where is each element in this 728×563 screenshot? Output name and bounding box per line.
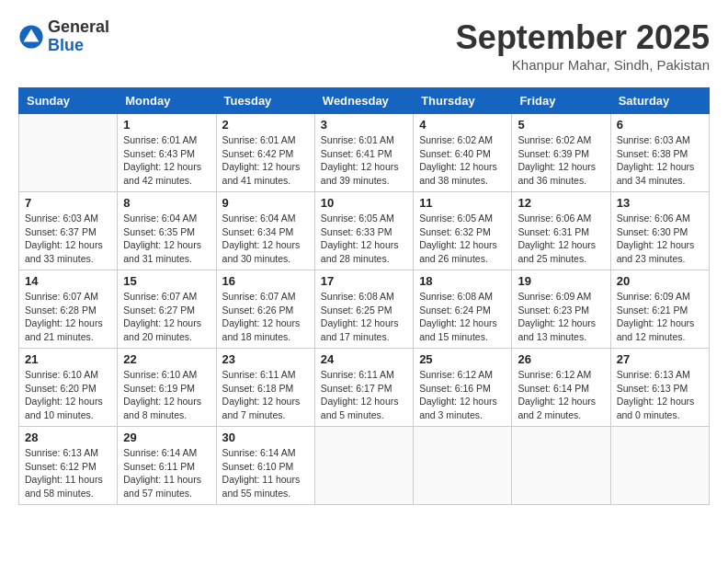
day-info: Sunrise: 6:13 AM Sunset: 6:13 PM Dayligh…: [617, 368, 703, 422]
day-number: 6: [617, 118, 703, 132]
week-row-2: 7Sunrise: 6:03 AM Sunset: 6:37 PM Daylig…: [19, 192, 710, 270]
day-info: Sunrise: 6:09 AM Sunset: 6:23 PM Dayligh…: [518, 290, 604, 344]
calendar-cell: 17Sunrise: 6:08 AM Sunset: 6:25 PM Dayli…: [314, 270, 413, 349]
calendar-cell: 2Sunrise: 6:01 AM Sunset: 6:42 PM Daylig…: [216, 114, 314, 192]
day-info: Sunrise: 6:01 AM Sunset: 6:41 PM Dayligh…: [321, 133, 407, 188]
day-number: 16: [222, 274, 309, 288]
col-header-monday: Monday: [118, 88, 216, 114]
day-info: Sunrise: 6:11 AM Sunset: 6:18 PM Dayligh…: [222, 368, 309, 422]
calendar-cell: 27Sunrise: 6:13 AM Sunset: 6:13 PM Dayli…: [610, 349, 709, 427]
day-info: Sunrise: 6:04 AM Sunset: 6:34 PM Dayligh…: [222, 212, 309, 266]
calendar-cell: 21Sunrise: 6:10 AM Sunset: 6:20 PM Dayli…: [19, 349, 118, 427]
day-number: 24: [321, 352, 407, 366]
calendar-cell: [512, 427, 610, 505]
calendar-cell: 3Sunrise: 6:01 AM Sunset: 6:41 PM Daylig…: [314, 114, 413, 192]
day-info: Sunrise: 6:10 AM Sunset: 6:20 PM Dayligh…: [25, 368, 111, 422]
calendar-cell: 25Sunrise: 6:12 AM Sunset: 6:16 PM Dayli…: [414, 349, 512, 427]
calendar-cell: [414, 427, 512, 505]
week-row-5: 28Sunrise: 6:13 AM Sunset: 6:12 PM Dayli…: [19, 427, 710, 505]
day-number: 17: [321, 274, 407, 288]
day-number: 21: [25, 352, 111, 366]
day-info: Sunrise: 6:07 AM Sunset: 6:28 PM Dayligh…: [25, 290, 111, 344]
day-info: Sunrise: 6:01 AM Sunset: 6:43 PM Dayligh…: [123, 133, 210, 188]
week-row-3: 14Sunrise: 6:07 AM Sunset: 6:28 PM Dayli…: [19, 270, 710, 349]
day-number: 25: [419, 352, 506, 366]
day-info: Sunrise: 6:07 AM Sunset: 6:27 PM Dayligh…: [123, 290, 210, 344]
day-number: 27: [617, 352, 703, 366]
day-info: Sunrise: 6:14 AM Sunset: 6:10 PM Dayligh…: [222, 446, 309, 500]
calendar-cell: 8Sunrise: 6:04 AM Sunset: 6:35 PM Daylig…: [118, 192, 216, 270]
day-info: Sunrise: 6:03 AM Sunset: 6:38 PM Dayligh…: [617, 133, 703, 188]
day-info: Sunrise: 6:05 AM Sunset: 6:33 PM Dayligh…: [321, 212, 407, 266]
col-header-wednesday: Wednesday: [314, 88, 413, 114]
calendar-cell: 22Sunrise: 6:10 AM Sunset: 6:19 PM Dayli…: [118, 349, 216, 427]
calendar-cell: 23Sunrise: 6:11 AM Sunset: 6:18 PM Dayli…: [216, 349, 314, 427]
day-number: 29: [123, 431, 210, 444]
day-info: Sunrise: 6:11 AM Sunset: 6:17 PM Dayligh…: [321, 368, 407, 422]
calendar-cell: 28Sunrise: 6:13 AM Sunset: 6:12 PM Dayli…: [19, 427, 118, 505]
calendar-cell: [610, 427, 709, 505]
day-number: 1: [123, 118, 210, 132]
logo-text: General Blue: [48, 18, 109, 55]
day-number: 28: [25, 431, 111, 444]
calendar-cell: [314, 427, 413, 505]
col-header-sunday: Sunday: [19, 88, 118, 114]
title-section: September 2025 Khanpur Mahar, Sindh, Pak…: [456, 18, 710, 73]
location: Khanpur Mahar, Sindh, Pakistan: [456, 57, 710, 73]
day-info: Sunrise: 6:01 AM Sunset: 6:42 PM Dayligh…: [222, 133, 309, 188]
day-number: 7: [25, 196, 111, 210]
calendar-cell: 12Sunrise: 6:06 AM Sunset: 6:31 PM Dayli…: [512, 192, 610, 270]
day-number: 12: [518, 196, 604, 210]
calendar-cell: 16Sunrise: 6:07 AM Sunset: 6:26 PM Dayli…: [216, 270, 314, 349]
col-header-friday: Friday: [512, 88, 610, 114]
day-info: Sunrise: 6:08 AM Sunset: 6:25 PM Dayligh…: [321, 290, 407, 344]
logo-general-label: General: [48, 18, 109, 37]
day-number: 11: [419, 196, 506, 210]
logo-blue-label: Blue: [48, 37, 109, 55]
day-number: 22: [123, 352, 210, 366]
day-number: 14: [25, 274, 111, 288]
month-title: September 2025: [456, 18, 710, 57]
day-info: Sunrise: 6:06 AM Sunset: 6:30 PM Dayligh…: [617, 212, 703, 266]
day-number: 26: [518, 352, 604, 366]
day-number: 5: [518, 118, 604, 132]
calendar-table: SundayMondayTuesdayWednesdayThursdayFrid…: [18, 87, 710, 505]
calendar-cell: 29Sunrise: 6:14 AM Sunset: 6:11 PM Dayli…: [118, 427, 216, 505]
day-info: Sunrise: 6:07 AM Sunset: 6:26 PM Dayligh…: [222, 290, 309, 344]
col-header-thursday: Thursday: [414, 88, 512, 114]
calendar-cell: 20Sunrise: 6:09 AM Sunset: 6:21 PM Dayli…: [610, 270, 709, 349]
calendar-cell: 5Sunrise: 6:02 AM Sunset: 6:39 PM Daylig…: [512, 114, 610, 192]
calendar-cell: 18Sunrise: 6:08 AM Sunset: 6:24 PM Dayli…: [414, 270, 512, 349]
day-number: 18: [419, 274, 506, 288]
calendar-cell: 4Sunrise: 6:02 AM Sunset: 6:40 PM Daylig…: [414, 114, 512, 192]
day-info: Sunrise: 6:13 AM Sunset: 6:12 PM Dayligh…: [25, 446, 111, 500]
day-number: 23: [222, 352, 309, 366]
calendar-cell: 15Sunrise: 6:07 AM Sunset: 6:27 PM Dayli…: [118, 270, 216, 349]
week-row-4: 21Sunrise: 6:10 AM Sunset: 6:20 PM Dayli…: [19, 349, 710, 427]
page-header: General Blue September 2025 Khanpur Maha…: [18, 18, 710, 73]
day-info: Sunrise: 6:05 AM Sunset: 6:32 PM Dayligh…: [419, 212, 506, 266]
day-number: 13: [617, 196, 703, 210]
calendar-cell: 9Sunrise: 6:04 AM Sunset: 6:34 PM Daylig…: [216, 192, 314, 270]
calendar-cell: 14Sunrise: 6:07 AM Sunset: 6:28 PM Dayli…: [19, 270, 118, 349]
calendar-cell: 10Sunrise: 6:05 AM Sunset: 6:33 PM Dayli…: [314, 192, 413, 270]
calendar-cell: 24Sunrise: 6:11 AM Sunset: 6:17 PM Dayli…: [314, 349, 413, 427]
day-number: 10: [321, 196, 407, 210]
calendar-cell: 30Sunrise: 6:14 AM Sunset: 6:10 PM Dayli…: [216, 427, 314, 505]
logo-icon: [18, 24, 44, 50]
day-info: Sunrise: 6:02 AM Sunset: 6:40 PM Dayligh…: [419, 133, 506, 188]
day-number: 15: [123, 274, 210, 288]
day-info: Sunrise: 6:12 AM Sunset: 6:14 PM Dayligh…: [518, 368, 604, 422]
day-info: Sunrise: 6:12 AM Sunset: 6:16 PM Dayligh…: [419, 368, 506, 422]
calendar-cell: 13Sunrise: 6:06 AM Sunset: 6:30 PM Dayli…: [610, 192, 709, 270]
calendar-cell: 6Sunrise: 6:03 AM Sunset: 6:38 PM Daylig…: [610, 114, 709, 192]
day-number: 2: [222, 118, 309, 132]
day-info: Sunrise: 6:10 AM Sunset: 6:19 PM Dayligh…: [123, 368, 210, 422]
calendar-cell: 26Sunrise: 6:12 AM Sunset: 6:14 PM Dayli…: [512, 349, 610, 427]
day-number: 19: [518, 274, 604, 288]
day-info: Sunrise: 6:08 AM Sunset: 6:24 PM Dayligh…: [419, 290, 506, 344]
day-info: Sunrise: 6:02 AM Sunset: 6:39 PM Dayligh…: [518, 133, 604, 188]
calendar-header-row: SundayMondayTuesdayWednesdayThursdayFrid…: [19, 88, 710, 114]
day-number: 3: [321, 118, 407, 132]
day-info: Sunrise: 6:09 AM Sunset: 6:21 PM Dayligh…: [617, 290, 703, 344]
